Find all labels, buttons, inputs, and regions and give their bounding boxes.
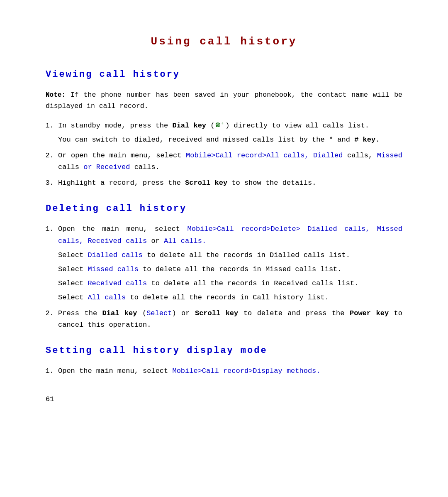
dialled-calls-link: Dialled calls [88,251,143,259]
item-text: Open the main menu, select Mobile>Call r… [58,225,402,245]
section-heading-viewing: Viewing call history [46,67,402,82]
viewing-list: In standby mode, press the Dial key (☎⁺)… [46,119,402,189]
dial-key-bold2: Dial key [102,309,137,317]
scroll-key-bold: Scroll key [185,179,227,187]
list-item: Or open the main menu, select Mobile>Cal… [58,150,402,173]
sub-para-switch: You can switch to dialed, received and m… [58,134,402,146]
note-block: Note: If the phone number has been saved… [46,89,402,112]
item-text: Press the Dial key (Select) or Scroll ke… [58,309,402,329]
section-deleting: Deleting call history Open the main menu… [46,201,402,331]
dial-key-icon: ☎⁺ [215,119,224,132]
note-text: If the phone number has been saved in yo… [46,91,402,110]
deleting-list: Open the main menu, select Mobile>Call r… [46,223,402,331]
received-calls-link: Received calls [88,279,147,287]
note-label: Note: [46,91,66,99]
menu-link-allcalls: All calls. [164,237,206,245]
hash-key-bold: # key [354,136,375,144]
menu-link-received: or Received [83,163,130,171]
list-item: Highlight a record, press the Scroll key… [58,177,402,189]
missed-calls-link: Missed calls [88,265,138,273]
sub-missed: Select Missed calls to delete all the re… [58,264,402,275]
sub-all: Select All calls to delete all the recor… [58,292,402,304]
section-heading-setting: Setting call history display mode [46,343,402,358]
all-calls-link: All calls [88,294,126,301]
page-title: Using call history [46,33,402,51]
menu-link-delete: Mobile>Call record>Delete> Dialled calls… [58,225,402,245]
scroll-key-bold2: Scroll key [195,309,238,317]
display-methods-link: Mobile>Call record>Display methods. [172,367,320,375]
item-text: In standby mode, press the Dial key (☎⁺)… [58,122,369,130]
list-item: In standby mode, press the Dial key (☎⁺)… [58,119,402,146]
power-key-bold: Power key [350,309,389,317]
sub-dialled: Select Dialled calls to delete all the r… [58,250,402,261]
menu-link-missed: Missed [377,152,402,159]
dial-key-bold: Dial key [172,122,206,130]
list-item: Press the Dial key (Select) or Scroll ke… [58,308,402,331]
item-text: Or open the main menu, select Mobile>Cal… [58,152,402,171]
sub-received: Select Received calls to delete all the … [58,278,402,289]
page-number: 61 [46,394,402,405]
list-item: Open the main menu, select Mobile>Call r… [58,223,402,303]
item-text: Open the main menu, select Mobile>Call r… [58,367,321,375]
section-viewing: Viewing call history Note: If the phone … [46,67,402,189]
list-item: Open the main menu, select Mobile>Call r… [58,365,402,377]
section-setting: Setting call history display mode Open t… [46,343,402,377]
menu-link-all: Mobile>Call record>All calls, Dialled [186,152,343,159]
section-heading-deleting: Deleting call history [46,201,402,216]
setting-list: Open the main menu, select Mobile>Call r… [46,365,402,377]
item-text: Highlight a record, press the Scroll key… [58,179,316,187]
select-link: Select [146,309,172,317]
